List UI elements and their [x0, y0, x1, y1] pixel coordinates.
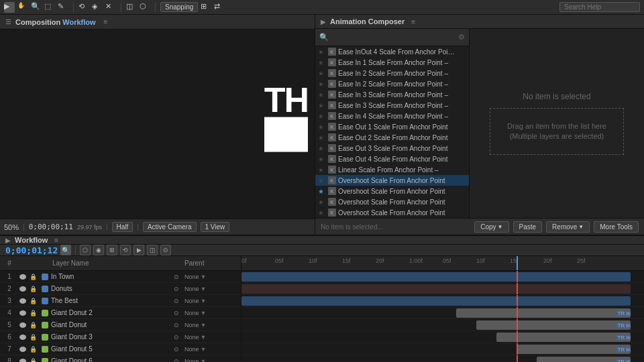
star-icon[interactable]: ★ — [318, 123, 326, 131]
toolbar-icon-8[interactable]: ✕ — [105, 2, 116, 13]
comp-camera-dropdown[interactable]: Active Camera — [143, 222, 197, 232]
star-icon[interactable]: ★ — [318, 134, 326, 141]
anim-panel-menu[interactable]: ≡ — [411, 18, 415, 25]
layer-visibility[interactable] — [17, 347, 28, 352]
search-layer-icon[interactable]: 🔍 — [60, 245, 71, 255]
toolbar-icon-4[interactable]: ⬚ — [44, 2, 55, 13]
layer-visibility[interactable] — [17, 298, 28, 304]
toolbar-icon-6[interactable]: ⟲ — [78, 2, 89, 13]
star-icon[interactable]: ★ — [318, 166, 326, 174]
anim-list-item[interactable]: ★ K Overshoot Scale From Anchor Point — [315, 207, 469, 218]
toolbar-icon-5[interactable]: ✎ — [58, 2, 68, 13]
anim-list-item[interactable]: ★ K Ease Out 2 Scale From Anchor Point — [315, 132, 469, 143]
anim-list-item[interactable]: ★ K Overshoot Scale From Anchor Point — [315, 196, 469, 207]
settings-icon[interactable]: ⚙ — [458, 33, 465, 42]
track-row[interactable]: TR In — [241, 343, 644, 355]
star-icon[interactable]: ★ — [318, 113, 326, 120]
copy-button[interactable]: Copy ▼ — [474, 221, 508, 233]
remove-button[interactable]: Remove ▼ — [546, 221, 590, 233]
layer-visibility[interactable] — [17, 286, 28, 292]
layer-visibility[interactable] — [17, 335, 28, 340]
tc-icon-7[interactable]: ⊙ — [160, 245, 171, 255]
table-row[interactable]: 5 🔒 Giant Donut ⊙ None ▼ — [0, 319, 241, 331]
table-row[interactable]: 8 🔒 Giant Donut 6 ⊙ None ▼ — [0, 355, 241, 362]
anim-search-input[interactable] — [331, 32, 455, 42]
track-row[interactable]: TR In — [241, 355, 644, 362]
drag-drop-zone[interactable]: Drag an item from the list here (Multipl… — [490, 108, 624, 155]
anim-list-item[interactable]: ★ K Overshoot Scale From Anchor Point — [315, 186, 469, 196]
comp-quality-dropdown[interactable]: Half — [112, 222, 133, 232]
table-row[interactable]: 3 🔒 The Best ⊙ None ▼ — [0, 295, 241, 307]
star-icon[interactable]: ★ — [318, 48, 326, 56]
tc-icon-2[interactable]: ◉ — [93, 245, 104, 255]
layer-lock[interactable]: 🔒 — [30, 310, 40, 316]
anim-list-item[interactable]: ★ K Ease Out 3 Scale From Anchor Point — [315, 143, 469, 154]
snapping-button[interactable]: Snapping — [160, 2, 198, 12]
star-icon[interactable]: ★ — [318, 70, 326, 77]
toolbar-icon-12[interactable]: ⇄ — [214, 2, 225, 13]
table-row[interactable]: 1 🔒 In Town ⊙ None ▼ — [0, 271, 241, 283]
star-icon[interactable]: ★ — [318, 145, 326, 152]
star-icon[interactable]: ★ — [318, 177, 326, 184]
timeline-menu[interactable]: ≡ — [54, 237, 58, 244]
anim-list-item[interactable]: ★ K Ease InOut 4 Scale From Anchor Poi… — [315, 46, 469, 57]
layer-visibility[interactable] — [17, 310, 28, 316]
toolbar-icon-9[interactable]: ◫ — [126, 2, 137, 13]
table-row[interactable]: 4 🔒 Giant Donut 2 ⊙ None ▼ — [0, 307, 241, 319]
toolbar-icon-10[interactable]: ⬡ — [140, 2, 150, 13]
tc-icon-3[interactable]: ⊞ — [107, 245, 117, 255]
track-row[interactable] — [241, 283, 644, 295]
layer-lock[interactable]: 🔒 — [30, 334, 40, 341]
anim-list-item[interactable]: ★ K Ease Out 4 Scale From Anchor Point — [315, 154, 469, 164]
layer-lock[interactable]: 🔒 — [30, 298, 40, 304]
star-icon[interactable]: ★ — [318, 80, 326, 88]
layer-lock[interactable]: 🔒 — [30, 322, 40, 328]
track-row[interactable] — [241, 295, 644, 307]
comp-zoom[interactable]: 50% — [4, 223, 19, 231]
anim-list-item[interactable]: ★ K Ease In 2 Scale From Anchor Point – — [315, 68, 469, 78]
star-icon[interactable]: ★ — [318, 156, 326, 163]
anim-list-item[interactable]: ★ K Ease In 4 Scale From Anchor Point – — [315, 111, 469, 121]
tc-icon-5[interactable]: ▶ — [133, 245, 144, 255]
layer-lock[interactable]: 🔒 — [30, 358, 40, 363]
anim-list-item[interactable]: ★ K Linear Scale From Anchor Point – — [315, 164, 469, 175]
track-row[interactable]: TR In — [241, 331, 644, 343]
toolbar-icon-7[interactable]: ◈ — [92, 2, 103, 13]
star-icon[interactable]: ★ — [318, 198, 326, 206]
comp-view-dropdown[interactable]: 1 View — [201, 222, 230, 232]
timeline-timecode[interactable]: 0;00;01;12 — [5, 245, 58, 255]
layer-lock[interactable]: 🔒 — [30, 346, 40, 353]
anim-list-item[interactable]: ★ K Ease Out 1 Scale From Anchor Point — [315, 121, 469, 132]
star-icon[interactable]: ★ — [318, 102, 326, 109]
table-row[interactable]: 2 🔒 Donuts ⊙ None ▼ — [0, 283, 241, 295]
track-row[interactable] — [241, 271, 644, 283]
paste-button[interactable]: Paste — [513, 221, 543, 233]
star-icon[interactable]: ★ — [318, 59, 326, 66]
table-row[interactable]: 6 🔒 Giant Donut 3 ⊙ None ▼ — [0, 331, 241, 343]
toolbar-icon-3[interactable]: 🔍 — [31, 2, 42, 13]
layer-lock[interactable]: 🔒 — [30, 286, 40, 292]
tc-icon-4[interactable]: ⟲ — [120, 245, 131, 255]
toolbar-icon-1[interactable]: ▶ — [4, 2, 15, 13]
search-input[interactable] — [559, 2, 640, 12]
more-tools-button[interactable]: More Tools — [594, 221, 639, 233]
anim-list-item[interactable]: ★ K Ease In 3 Scale From Anchor Point – — [315, 100, 469, 111]
star-icon[interactable]: ★ — [318, 209, 326, 217]
tc-icon-6[interactable]: ◫ — [147, 245, 158, 255]
anim-list-item[interactable]: ★ K Ease In 3 Scale From Anchor Point – — [315, 89, 469, 100]
track-row[interactable]: TR In — [241, 319, 644, 331]
layer-lock[interactable]: 🔒 — [30, 274, 40, 280]
comp-menu-btn[interactable]: ≡ — [104, 18, 108, 25]
star-icon[interactable]: ★ — [318, 188, 326, 195]
anim-list-item[interactable]: ★ K Ease In 1 Scale From Anchor Point – — [315, 57, 469, 68]
toolbar-icon-11[interactable]: ⊞ — [201, 2, 211, 13]
toolbar-icon-2[interactable]: ✋ — [17, 2, 28, 13]
tc-icon-1[interactable]: ⬡ — [80, 245, 91, 255]
table-row[interactable]: 7 🔒 Giant Donut 5 ⊙ None ▼ — [0, 343, 241, 355]
layer-visibility[interactable] — [17, 322, 28, 328]
anim-list-item[interactable]: ★ K Overshoot Scale From Anchor Point — [315, 175, 469, 186]
layer-visibility[interactable] — [17, 274, 28, 280]
anim-list-item[interactable]: ★ K Ease In 2 Scale From Anchor Point – — [315, 78, 469, 89]
star-icon[interactable]: ★ — [318, 91, 326, 99]
track-row[interactable]: TR In — [241, 307, 644, 319]
